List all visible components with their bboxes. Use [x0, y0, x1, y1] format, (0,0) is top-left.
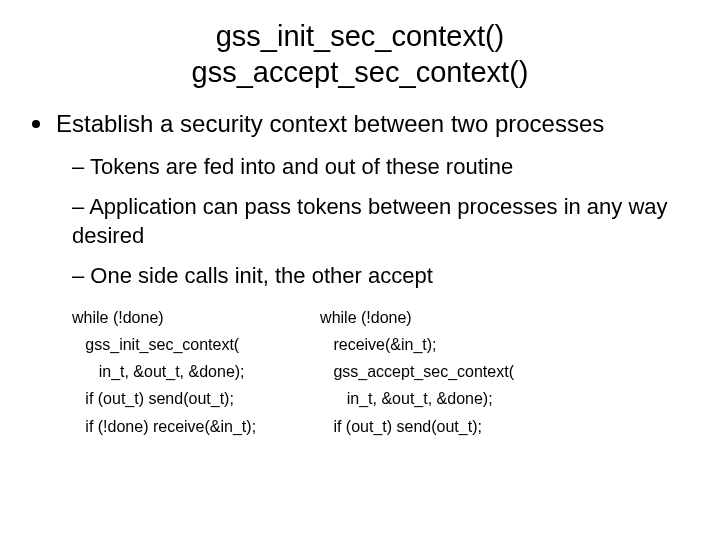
code-columns: while (!done) gss_init_sec_context( in_t…	[72, 304, 690, 440]
title-line-2: gss_accept_sec_context()	[192, 56, 529, 88]
bullet-icon	[32, 120, 40, 128]
sub-bullet-2: – Application can pass tokens between pr…	[72, 193, 690, 249]
sub-bullet-3: – One side calls init, the other accept	[72, 262, 690, 290]
code-right: while (!done) receive(&in_t); gss_accept…	[320, 304, 514, 440]
sub-bullet-1: – Tokens are fed into and out of these r…	[72, 153, 690, 181]
title-line-1: gss_init_sec_context()	[216, 20, 505, 52]
sub-bullet-list: – Tokens are fed into and out of these r…	[72, 153, 690, 290]
main-bullet-text: Establish a security context between two…	[56, 109, 604, 140]
main-bullet-row: Establish a security context between two…	[30, 109, 690, 140]
slide-title: gss_init_sec_context() gss_accept_sec_co…	[30, 18, 690, 91]
code-left: while (!done) gss_init_sec_context( in_t…	[72, 304, 256, 440]
